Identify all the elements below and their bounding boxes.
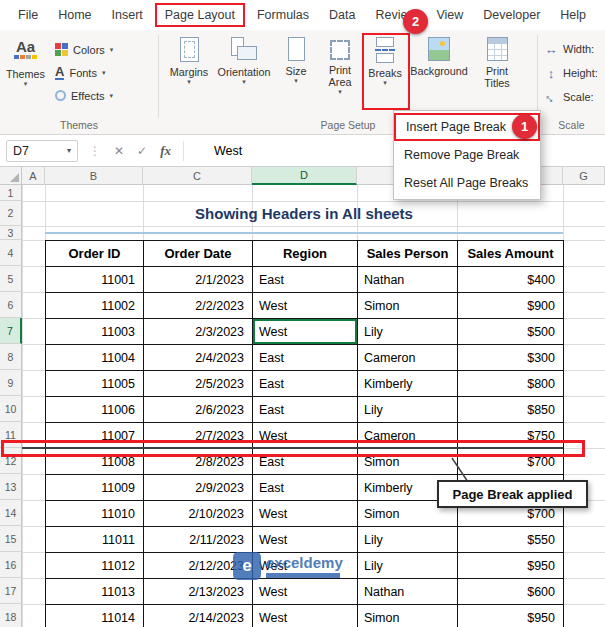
tab-data[interactable]: Data: [319, 3, 365, 27]
colors-button[interactable]: Colors ▾: [55, 38, 113, 61]
cell-sales-person[interactable]: Lily: [358, 527, 458, 553]
cell-sales-amount[interactable]: $950: [458, 605, 564, 627]
cell-order-date[interactable]: 2/5/2023: [144, 371, 253, 397]
tab-help[interactable]: Help: [550, 3, 596, 27]
cell-sales-amount[interactable]: $850: [458, 397, 564, 423]
cell-sales-amount[interactable]: $600: [458, 579, 564, 605]
header-region[interactable]: Region: [253, 241, 358, 267]
cell-order-date[interactable]: 2/14/2023: [144, 605, 253, 627]
enter-icon[interactable]: ✓: [137, 144, 147, 158]
tab-insert[interactable]: Insert: [102, 3, 153, 27]
cell-sales-person[interactable]: Simon: [358, 293, 458, 319]
cell-sales-amount[interactable]: $950: [458, 553, 564, 579]
cell-region[interactable]: West: [253, 293, 358, 319]
column-header[interactable]: D: [252, 167, 357, 185]
tab-developer[interactable]: Developer: [473, 3, 550, 27]
header-order-id[interactable]: Order ID: [46, 241, 144, 267]
cell-sales-person[interactable]: Lily: [358, 319, 458, 345]
width-field[interactable]: ↔ Width:: [544, 37, 605, 61]
tab-view[interactable]: View: [426, 3, 473, 27]
row-header[interactable]: 9: [0, 370, 22, 396]
tab-home[interactable]: Home: [48, 3, 101, 27]
cell-sales-amount[interactable]: $500: [458, 319, 564, 345]
select-all-corner[interactable]: [0, 167, 22, 185]
header-sales-amount[interactable]: Sales Amount: [458, 241, 564, 267]
cell-order-date[interactable]: 2/8/2023: [144, 449, 253, 475]
row-header[interactable]: 12: [0, 448, 22, 474]
column-header[interactable]: B: [45, 167, 143, 185]
cell-order-id[interactable]: 11007: [46, 423, 144, 449]
height-field[interactable]: ↕ Height:: [544, 61, 605, 85]
row-header[interactable]: 6: [0, 292, 22, 318]
cell-order-date[interactable]: 2/6/2023: [144, 397, 253, 423]
cell-region[interactable]: East: [253, 345, 358, 371]
cell-order-id[interactable]: 11010: [46, 501, 144, 527]
column-header[interactable]: A: [22, 167, 45, 185]
cell-region[interactable]: East: [253, 397, 358, 423]
cell-region[interactable]: West: [253, 319, 358, 345]
cell-region[interactable]: West: [253, 527, 358, 553]
tab-page-layout[interactable]: Page Layout: [155, 3, 245, 27]
cell-sales-person[interactable]: Nathan: [358, 267, 458, 293]
row-header[interactable]: 13: [0, 474, 22, 500]
cell-order-id[interactable]: 11003: [46, 319, 144, 345]
cell-order-id[interactable]: 11009: [46, 475, 144, 501]
cell-sales-person[interactable]: Cameron: [358, 423, 458, 449]
row-header[interactable]: 2: [0, 201, 22, 226]
row-header[interactable]: 14: [0, 500, 22, 526]
row-header[interactable]: 3: [0, 226, 22, 240]
breaks-menu-item[interactable]: Remove Page Break: [394, 141, 540, 169]
cell-sales-person[interactable]: Lily: [358, 553, 458, 579]
cell-sales-amount[interactable]: $900: [458, 293, 564, 319]
column-header[interactable]: G: [563, 167, 605, 185]
cell-order-id[interactable]: 11005: [46, 371, 144, 397]
row-header[interactable]: 17: [0, 578, 22, 604]
cell-order-id[interactable]: 11008: [46, 449, 144, 475]
row-header[interactable]: 1: [0, 185, 22, 201]
cell-region[interactable]: West: [253, 501, 358, 527]
cell-region[interactable]: West: [253, 605, 358, 627]
cell-region[interactable]: West: [253, 423, 358, 449]
row-header[interactable]: 4: [0, 240, 22, 266]
cell-order-date[interactable]: 2/11/2023: [144, 527, 253, 553]
cell-order-date[interactable]: 2/9/2023: [144, 475, 253, 501]
cell-order-date[interactable]: 2/10/2023: [144, 501, 253, 527]
row-header[interactable]: 7: [0, 318, 22, 344]
cell-region[interactable]: East: [253, 267, 358, 293]
header-sales-person[interactable]: Sales Person: [358, 241, 458, 267]
formula-bar-content[interactable]: West: [214, 144, 242, 158]
cell-sales-person[interactable]: Simon: [358, 605, 458, 627]
cell-order-date[interactable]: 2/2/2023: [144, 293, 253, 319]
row-header[interactable]: 15: [0, 526, 22, 552]
cell-sales-person[interactable]: Simon: [358, 449, 458, 475]
cell-order-date[interactable]: 2/7/2023: [144, 423, 253, 449]
cell-sales-amount[interactable]: $550: [458, 527, 564, 553]
header-order-date[interactable]: Order Date: [144, 241, 253, 267]
row-header[interactable]: 16: [0, 552, 22, 578]
name-box[interactable]: D7 ▾: [6, 140, 78, 162]
row-header[interactable]: 18: [0, 604, 22, 627]
cell-sales-amount[interactable]: $300: [458, 345, 564, 371]
cell-order-id[interactable]: 11012: [46, 553, 144, 579]
cell-region[interactable]: East: [253, 449, 358, 475]
cancel-icon[interactable]: ✕: [114, 144, 124, 158]
column-header[interactable]: C: [143, 167, 252, 185]
fonts-button[interactable]: A Fonts ▾: [55, 61, 113, 84]
row-header[interactable]: 8: [0, 344, 22, 370]
cell-order-id[interactable]: 11011: [46, 527, 144, 553]
cell-order-date[interactable]: 2/13/2023: [144, 579, 253, 605]
effects-button[interactable]: Effects ▾: [55, 84, 113, 107]
cell-order-id[interactable]: 11013: [46, 579, 144, 605]
cell-sales-person[interactable]: Lily: [358, 397, 458, 423]
cell-sales-person[interactable]: Kimberly: [358, 371, 458, 397]
cell-order-id[interactable]: 11001: [46, 267, 144, 293]
cell-sales-amount[interactable]: $800: [458, 371, 564, 397]
cell-sales-amount[interactable]: $700: [458, 449, 564, 475]
tab-file[interactable]: File: [8, 3, 48, 27]
insert-function-icon[interactable]: fx: [160, 143, 171, 159]
cell-region[interactable]: East: [253, 371, 358, 397]
scale-field[interactable]: ↔ Scale:: [544, 85, 605, 109]
breaks-menu-item[interactable]: Reset All Page Breaks: [394, 169, 540, 197]
cell-sales-person[interactable]: Nathan: [358, 579, 458, 605]
cell-order-date[interactable]: 2/4/2023: [144, 345, 253, 371]
